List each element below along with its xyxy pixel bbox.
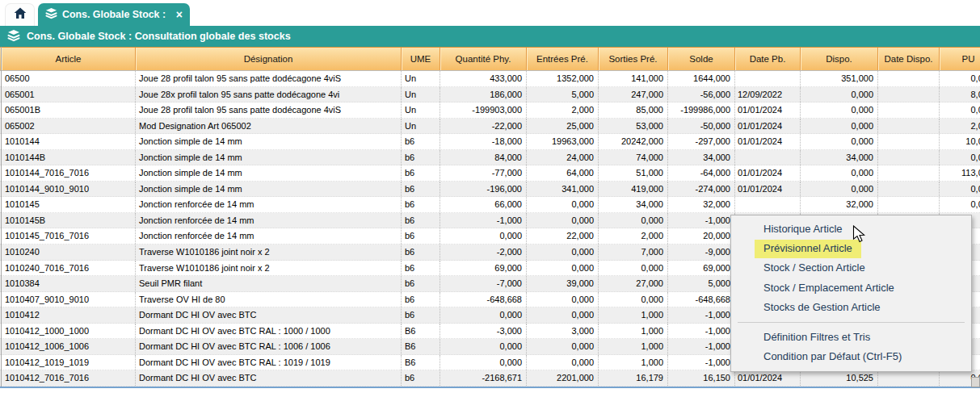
cell-designation[interactable]: Dormant DC HI OV avec BTC RAL : 1006 / 1… [136,339,402,354]
cell-qty[interactable]: -648,668 [440,292,527,307]
cell-entrees[interactable]: 0,000 [527,197,599,212]
cell-date_dispo[interactable] [878,182,940,197]
cell-entrees[interactable]: 25,000 [527,119,599,134]
cell-solde[interactable]: 32,000 [668,197,735,212]
cell-ume[interactable]: b6 [402,165,440,181]
cell-entrees[interactable]: 0,000 [527,261,599,276]
cell-solde[interactable]: 34,000 [668,150,735,165]
cell-qty[interactable]: -196,000 [440,182,527,197]
cell-dispo[interactable]: 34,000 [801,150,878,165]
cell-designation[interactable]: Joue 28x profil talon 95 sans patte dodé… [136,87,402,102]
cell-ume[interactable]: B6 [402,339,440,354]
cell-solde[interactable]: -64,000 [668,165,735,181]
table-row-1010412_7016_7016[interactable]: 1010412_7016_7016Dormant DC HI OV avec B… [0,370,980,387]
cell-solde[interactable]: -1,000 [668,355,735,370]
scrollbar-corner[interactable] [971,377,980,387]
cell-article[interactable]: 1010412_1006_1006 [2,339,136,354]
cell-qty[interactable]: -7,000 [440,276,527,291]
cell-qty[interactable]: 0,000 [440,228,527,244]
cell-article[interactable]: 1010145 [2,197,136,212]
cell-dispo[interactable]: 0,000 [801,165,878,181]
cell-entrees[interactable]: 24,000 [527,150,599,165]
cell-sorties[interactable]: 53,000 [599,119,668,134]
cell-designation[interactable]: Joue 28 profil talon 95 sans patte dodéc… [136,71,402,86]
cell-ume[interactable]: Un [402,119,440,134]
cell-sorties[interactable]: 85,000 [599,102,668,118]
menu-item-stock-section-article[interactable]: Stock / Section Article [731,258,971,278]
cell-article[interactable]: 1010240_7016_7016 [2,261,136,276]
cell-designation[interactable]: Dormant DC HI OV avec BTC RAL : 1000 / 1… [136,324,402,339]
cell-solde[interactable]: -1,000 [668,324,735,339]
cell-date_pb[interactable] [735,197,801,212]
cell-entrees[interactable]: 2201,000 [527,370,599,386]
cell-date_pb[interactable]: 01/01/2024 [735,370,801,386]
cell-solde[interactable]: 5,000 [668,276,735,291]
cell-date_dispo[interactable] [878,197,940,212]
cell-solde[interactable]: -297,000 [668,134,735,149]
cell-ume[interactable]: b6 [402,307,440,323]
cell-solde[interactable]: 1644,000 [668,71,735,86]
column-header-ume[interactable]: UME [402,48,440,70]
cell-qty[interactable]: -199903,000 [440,102,527,118]
cell-date_pb[interactable] [735,71,801,86]
cell-ume[interactable]: b6 [402,134,440,149]
cell-qty[interactable]: -18,000 [440,134,527,149]
cell-dispo[interactable]: 10,525 [801,370,878,386]
cell-article[interactable]: 065001 [2,87,136,102]
cell-pu[interactable]: 8,000 [940,87,980,102]
cell-qty[interactable]: -1,000 [440,213,527,228]
cell-ume[interactable]: Un [402,102,440,118]
cell-solde[interactable]: -648,668 [668,292,735,307]
cell-designation[interactable]: Joue 28 profil talon 95 sans patte dodéc… [136,102,402,118]
cell-sorties[interactable]: 7,000 [599,245,668,260]
cell-sorties[interactable]: 1,000 [599,355,668,370]
column-header-solde[interactable]: Solde [668,48,735,70]
cell-sorties[interactable]: 1,000 [599,307,668,323]
cell-solde[interactable]: -1,000 [668,339,735,354]
cell-date_pb[interactable]: 01/01/2024 [735,182,801,197]
cell-entrees[interactable]: 0,000 [527,245,599,260]
cell-pu[interactable]: 0,000 [940,182,980,197]
tab-close-icon[interactable]: × [173,9,183,20]
column-header-sorties[interactable]: Sorties Pré. [599,48,668,70]
cell-qty[interactable]: -2168,671 [440,370,527,386]
table-row-065002[interactable]: 065002Mod Designation Art 065002Un-22,00… [0,119,980,135]
table-row-1010144B[interactable]: 1010144BJonction simple de 14 mmb684,000… [0,150,980,166]
cell-date_dispo[interactable] [878,87,940,102]
cell-ume[interactable]: b6 [402,370,440,386]
cell-qty[interactable]: 433,000 [440,71,527,86]
cell-ume[interactable]: b6 [402,228,440,244]
cell-article[interactable]: 1010412_1019_1019 [2,355,136,370]
cell-entrees[interactable]: 1352,000 [527,71,599,86]
menu-item-condition-par-defaut-ctrl-f5[interactable]: Condition par Défaut (Ctrl-F5) [731,347,971,366]
cell-date_dispo[interactable] [878,150,940,165]
cell-pu[interactable]: 10,000 [940,134,980,149]
cell-designation[interactable]: Traverse W1010186 joint noir x 2 [136,261,402,276]
cell-date_pb[interactable]: 01/01/2024 [735,134,801,149]
cell-designation[interactable]: Jonction simple de 14 mm [136,182,402,197]
cell-solde[interactable]: 20,000 [668,228,735,244]
cell-ume[interactable]: b6 [402,150,440,165]
cell-ume[interactable]: b6 [402,182,440,197]
cell-article[interactable]: 1010407_9010_9010 [2,292,136,307]
cell-qty[interactable]: 186,000 [440,87,527,102]
cell-article[interactable]: 1010412_1000_1000 [2,324,136,339]
cell-date_dispo[interactable] [878,71,940,86]
cell-dispo[interactable]: 351,000 [801,71,878,86]
cell-entrees[interactable]: 0,000 [527,339,599,354]
cell-article[interactable]: 065002 [2,119,136,134]
cell-qty[interactable]: -77,000 [440,165,527,181]
cell-dispo[interactable]: 0,000 [801,87,878,102]
cell-pu[interactable]: 0,000 [940,71,980,86]
cell-ume[interactable]: b6 [402,276,440,291]
cell-sorties[interactable]: 1,000 [599,324,668,339]
menu-item-previsionnel-article[interactable]: Prévisionnel Article [731,239,971,258]
cell-pu[interactable]: 0,000 [940,102,980,118]
cell-qty[interactable]: 0,000 [440,355,527,370]
cell-sorties[interactable]: 0,000 [599,292,668,307]
cell-ume[interactable]: B6 [402,355,440,370]
cell-designation[interactable]: Seuil PMR filant [136,276,402,291]
cell-entrees[interactable]: 2,000 [527,102,599,118]
cell-solde[interactable]: -9,000 [668,245,735,260]
cell-dispo[interactable]: 0,000 [801,119,878,134]
